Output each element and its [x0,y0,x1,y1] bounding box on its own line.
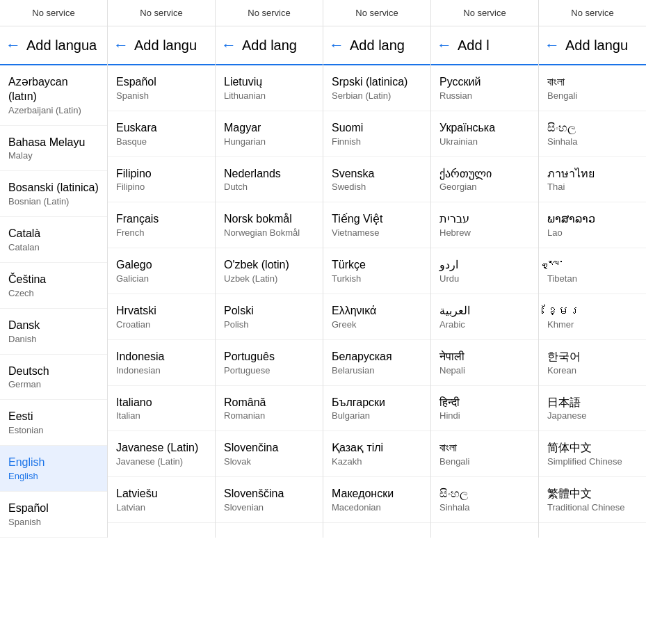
list-item[interactable]: සිංහලSinhala [431,477,538,523]
list-item[interactable]: ΕλληνικάGreek [323,294,430,340]
list-item[interactable]: IndonesiaIndonesian [108,340,215,386]
language-name-english: Korean [547,365,638,376]
language-name-english: Khmer [547,319,638,330]
list-item[interactable]: FilipinoFilipino [108,157,215,203]
list-item[interactable]: Azərbaycan (latın)Azerbaijani (Latin) [0,65,107,126]
list-item[interactable]: PolskiPolish [216,294,323,340]
list-item[interactable]: ພາສາລາວLao [539,202,646,248]
list-item[interactable]: རྒྱལ་Tibetan [539,248,646,294]
list-item[interactable]: Tiếng ViệtVietnamese [323,202,430,248]
list-item[interactable]: HrvatskiCroatian [108,294,215,340]
list-item[interactable]: සිංහලSinhala [539,111,646,157]
list-item[interactable]: EestiEstonian [0,400,107,446]
list-item[interactable]: УкраїнськаUkrainian [431,111,538,157]
language-name: עברית [439,212,530,227]
language-name-english: Uzbek (Latin) [224,273,314,284]
panel-header-5: ←Add langu [539,26,646,65]
language-name: Български [332,396,422,410]
list-item[interactable]: Қазақ тіліKazakh [323,431,430,477]
list-item[interactable]: EspañolSpanish [0,492,107,538]
list-item[interactable]: NederlandsDutch [216,157,323,203]
list-item[interactable]: TürkçeTurkish [323,248,430,294]
list-item[interactable]: বাংলাBengali [539,65,646,111]
list-item[interactable]: Javanese (Latin)Javanese (Latin) [108,431,215,477]
language-name-english: Hungarian [224,136,314,147]
language-name-english: Hebrew [439,227,530,238]
language-name: Euskara [116,121,207,136]
list-item[interactable]: CatalàCatalan [0,217,107,263]
list-item[interactable]: SvenskaSwedish [323,157,430,203]
back-button[interactable]: ← [6,36,21,54]
list-item[interactable]: Srpski (latinica)Serbian (Latin) [323,65,430,111]
panels-container: ←Add languaAzərbaycan (latın)Azerbaijani… [0,26,646,538]
language-name-english: Thai [547,182,638,192]
list-item[interactable]: LietuviųLithuanian [216,65,323,111]
language-name-english: Urdu [439,273,530,284]
list-item[interactable]: DeutschGerman [0,355,107,401]
language-name: العربية [439,304,530,319]
back-button[interactable]: ← [544,36,560,54]
language-name: Norsk bokmål [224,212,314,227]
list-item[interactable]: Bosanski (latinica)Bosnian (Latin) [0,171,107,217]
back-button[interactable]: ← [329,36,344,54]
language-name: Suomi [332,121,422,136]
language-name: Javanese (Latin) [116,441,207,456]
list-item[interactable]: SuomiFinnish [323,111,430,157]
list-item[interactable]: БългарскиBulgarian [323,386,430,432]
list-item[interactable]: 한국어Korean [539,340,646,386]
list-item[interactable]: हिन्दीHindi [431,386,538,432]
list-item[interactable]: МакедонскиMacedonian [323,477,430,523]
back-button[interactable]: ← [113,36,129,54]
language-name-english: Indonesian [116,365,207,376]
list-item[interactable]: 日本語Japanese [539,386,646,432]
list-item[interactable]: ខ្មែរKhmer [539,294,646,340]
list-item[interactable]: RomânăRomanian [216,386,323,432]
list-item[interactable]: GalegoGalician [108,248,215,294]
list-item[interactable]: БеларускаяBelarusian [323,340,430,386]
language-name: 한국어 [547,350,638,364]
list-item[interactable]: ქართულიGeorgian [431,157,538,203]
list-item[interactable]: LatviešuLatvian [108,477,215,523]
back-button[interactable]: ← [437,36,452,54]
language-name: Română [224,396,314,410]
language-name-english: Georgian [439,182,530,192]
list-item[interactable]: SlovenščinaSlovenian [216,477,323,523]
list-item[interactable]: EspañolSpanish [108,65,215,111]
list-item[interactable]: SlovenčinaSlovak [216,431,323,477]
language-name-english: Danish [8,334,99,344]
list-item[interactable]: العربيةArabic [431,294,538,340]
language-name: Македонски [332,487,422,501]
list-item[interactable]: עבריתHebrew [431,202,538,248]
list-item[interactable]: ItalianoItalian [108,386,215,432]
list-item[interactable]: EnglishEnglish [0,446,107,492]
list-item[interactable]: ภาษาไทยThai [539,157,646,203]
list-item[interactable]: EuskaraBasque [108,111,215,157]
panel-header-3: ←Add lang [323,26,430,65]
language-name-english: Bulgarian [332,410,422,421]
list-item[interactable]: O'zbek (lotin)Uzbek (Latin) [216,248,323,294]
language-name: Қазақ тілі [332,441,422,456]
list-item[interactable]: ČeštinaCzech [0,263,107,309]
list-item[interactable]: MagyarHungarian [216,111,323,157]
list-item[interactable]: Norsk bokmålNorwegian Bokmål [216,202,323,248]
list-item[interactable]: 繁體中文Traditional Chinese [539,477,646,523]
list-item[interactable]: বাংলাBengali [431,431,538,477]
list-item[interactable]: اردوUrdu [431,248,538,294]
language-name: Čeština [8,273,99,287]
language-name: Galego [116,258,207,273]
list-item[interactable]: PortuguêsPortuguese [216,340,323,386]
back-button[interactable]: ← [221,36,236,54]
status-segment-2: No service [216,0,323,26]
language-name: Filipino [116,167,207,182]
language-name-english: Catalan [8,242,99,252]
list-item[interactable]: 简体中文Simplified Chinese [539,431,646,477]
list-item[interactable]: РусскийRussian [431,65,538,111]
language-name: ខ្មែរ [547,304,638,319]
language-name-english: Norwegian Bokmål [224,227,314,238]
list-item[interactable]: Bahasa MelayuMalay [0,126,107,172]
language-name: සිංහල [547,121,638,136]
list-item[interactable]: DanskDanish [0,309,107,355]
list-item[interactable]: FrançaisFrench [108,202,215,248]
list-item[interactable]: नेपालीNepali [431,340,538,386]
panel-header-4: ←Add l [431,26,538,65]
